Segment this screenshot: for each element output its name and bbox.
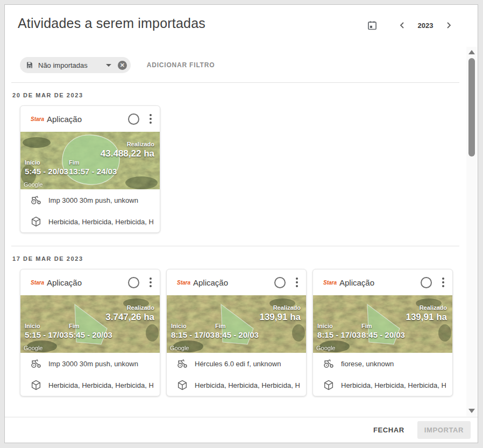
inicio-overlay: Início 5:15 - 17/03 bbox=[25, 322, 68, 340]
products-label: Herbicida, Herbicida, Herbicida, Her... bbox=[195, 381, 300, 389]
scrollbar[interactable] bbox=[466, 47, 477, 416]
realizado-label: Realizado bbox=[105, 304, 154, 311]
fim-label: Fim bbox=[69, 322, 112, 330]
fim-overlay: Fim 8:45 - 20/03 bbox=[215, 322, 259, 340]
fim-overlay: Fim 8:45 - 20/03 bbox=[361, 322, 405, 340]
machine-label: Imp 3000 30m push, unkown bbox=[48, 360, 138, 368]
section-date-label: 17 DE MAR DE 2023 bbox=[12, 255, 466, 262]
activity-type-label: Aplicação bbox=[47, 115, 128, 124]
kebab-menu-icon[interactable] bbox=[440, 275, 446, 289]
fim-label: Fim bbox=[69, 159, 117, 166]
import-button[interactable]: IMPORTAR bbox=[417, 421, 471, 439]
calendar-icon bbox=[367, 20, 379, 31]
fim-value: 5:45 - 20/03 bbox=[69, 330, 112, 340]
year-navigation: 2023 bbox=[367, 19, 455, 32]
add-filter-button[interactable]: ADICIONAR FILTRO bbox=[144, 61, 218, 69]
select-activity-radio[interactable] bbox=[274, 277, 286, 288]
map-thumbnail: Realizado 3.747,26 ha Início 5:15 - 17/0… bbox=[20, 295, 160, 353]
import-activities-dialog: Atividades a serem importadas 2023 bbox=[4, 4, 478, 443]
cube-icon bbox=[323, 379, 335, 391]
realizado-overlay: Realizado 139,91 ha bbox=[259, 304, 301, 323]
section-date-label: 20 DE MAR DE 2023 bbox=[12, 92, 466, 98]
section-17-mar: 17 DE MAR DE 2023 Stara Aplicação bbox=[5, 255, 466, 396]
cube-icon bbox=[30, 379, 42, 391]
machine-row: Hércules 6.0 edi f, unknown bbox=[167, 353, 306, 374]
card-header: Stara Aplicação bbox=[167, 269, 306, 295]
inicio-value: 5:15 - 17/03 bbox=[25, 330, 68, 340]
select-activity-radio[interactable] bbox=[421, 277, 432, 288]
fim-label: Fim bbox=[361, 322, 405, 330]
tractor-icon bbox=[176, 358, 188, 369]
dialog-footer: FECHAR IMPORTAR bbox=[5, 417, 478, 443]
stara-logo: Stara bbox=[177, 280, 193, 286]
google-attribution: Google bbox=[24, 345, 42, 351]
stara-logo: Stara bbox=[31, 280, 47, 286]
scrollbar-thumb[interactable] bbox=[468, 58, 475, 157]
realizado-label: Realizado bbox=[101, 140, 154, 148]
products-label: Herbicida, Herbicida, Herbicida, Her... bbox=[341, 381, 446, 389]
triangle-up-icon[interactable] bbox=[468, 50, 475, 54]
activity-card: Stara Aplicação bbox=[20, 105, 160, 233]
products-label: Herbicida, Herbicida, Herbicida, Her... bbox=[48, 381, 153, 389]
realizado-value: 139,91 ha bbox=[259, 311, 301, 323]
google-attribution: Google bbox=[316, 345, 335, 351]
previous-year-button[interactable] bbox=[396, 19, 409, 32]
close-icon: ✕ bbox=[120, 62, 125, 68]
filter-chip-label: Não importadas bbox=[38, 61, 88, 69]
realizado-label: Realizado bbox=[259, 304, 301, 311]
filter-chip-nao-importadas[interactable]: Não importadas ✕ bbox=[20, 57, 131, 73]
year-label: 2023 bbox=[409, 22, 442, 30]
map-thumbnail: Realizado 139,91 ha Início 8:15 - 17/03 … bbox=[313, 295, 453, 353]
tractor-icon bbox=[30, 194, 42, 206]
products-row: Herbicida, Herbicida, Herbicida, Her... bbox=[313, 374, 452, 396]
fim-overlay: Fim 13:57 - 24/03 bbox=[69, 159, 117, 176]
cards-row: Stara Aplicação bbox=[20, 269, 466, 396]
inicio-value: 8:15 - 17/03 bbox=[317, 330, 361, 340]
activity-card: Stara Aplicação bbox=[166, 269, 307, 396]
close-button[interactable]: FECHAR bbox=[365, 422, 413, 438]
triangle-down-icon[interactable] bbox=[468, 409, 475, 413]
products-row: Herbicida, Herbicida, Herbicida, Her... bbox=[20, 211, 160, 232]
caret-down-icon[interactable] bbox=[106, 64, 111, 67]
inicio-overlay: Início 5:45 - 20/03 bbox=[25, 159, 68, 176]
machine-row: Imp 3000 30m push, unkown bbox=[20, 189, 160, 211]
kebab-menu-icon[interactable] bbox=[147, 275, 154, 289]
products-row: Herbicida, Herbicida, Herbicida, Her... bbox=[20, 374, 160, 396]
machine-row: Imp 3000 30m push, unkown bbox=[20, 353, 160, 374]
fim-value: 13:57 - 24/03 bbox=[69, 166, 117, 176]
inicio-overlay: Início 8:15 - 17/03 bbox=[171, 322, 215, 340]
calendar-button[interactable] bbox=[367, 19, 379, 31]
cube-icon bbox=[176, 379, 188, 391]
kebab-menu-icon[interactable] bbox=[294, 275, 300, 289]
realizado-label: Realizado bbox=[406, 304, 447, 311]
select-activity-radio[interactable] bbox=[128, 277, 139, 288]
products-label: Herbicida, Herbicida, Herbicida, Her... bbox=[48, 218, 153, 226]
stara-logo: Stara bbox=[31, 116, 47, 122]
page-title: Atividades a serem importadas bbox=[18, 16, 205, 31]
fim-value: 8:45 - 20/03 bbox=[215, 330, 259, 340]
filter-chip-remove-button[interactable]: ✕ bbox=[118, 61, 127, 70]
cube-icon bbox=[30, 216, 42, 227]
inicio-label: Início bbox=[317, 322, 361, 330]
next-year-button[interactable] bbox=[442, 19, 455, 32]
divider bbox=[11, 82, 459, 83]
google-attribution: Google bbox=[170, 345, 189, 351]
realizado-overlay: Realizado 3.747,26 ha bbox=[105, 304, 154, 323]
kebab-menu-icon[interactable] bbox=[147, 112, 154, 126]
activity-type-label: Aplicação bbox=[193, 278, 274, 287]
card-header: Stara Aplicação bbox=[313, 269, 452, 295]
realizado-value: 3.747,26 ha bbox=[105, 311, 154, 323]
tractor-icon bbox=[323, 358, 335, 369]
machine-label: Imp 3000 30m push, unkown bbox=[48, 196, 138, 204]
inicio-value: 8:15 - 17/03 bbox=[171, 330, 215, 340]
chevron-right-icon bbox=[442, 19, 455, 32]
card-header: Stara Aplicação bbox=[20, 106, 160, 132]
tractor-icon bbox=[30, 358, 42, 369]
realizado-overlay: Realizado 139,91 ha bbox=[406, 304, 447, 323]
filter-bar: Não importadas ✕ ADICIONAR FILTRO bbox=[5, 46, 466, 73]
realizado-overlay: Realizado 43.488,22 ha bbox=[101, 140, 154, 160]
activity-card: Stara Aplicação bbox=[312, 269, 453, 396]
inicio-value: 5:45 - 20/03 bbox=[25, 166, 68, 176]
machine-label: fiorese, unknown bbox=[341, 360, 394, 368]
select-activity-radio[interactable] bbox=[128, 113, 139, 125]
